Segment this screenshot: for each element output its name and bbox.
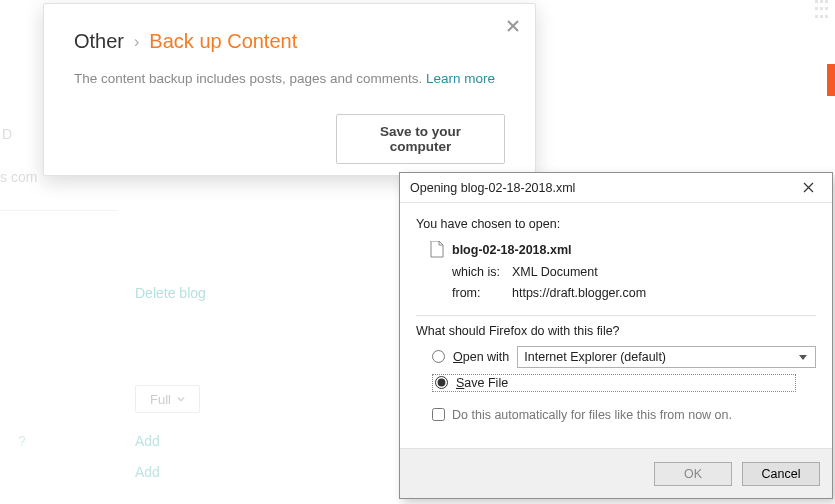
full-label: Full xyxy=(150,392,171,407)
file-meta: which is:XML Document from:https://draft… xyxy=(452,262,816,305)
faded-text: D xyxy=(2,126,12,142)
file-row: blog-02-18-2018.xml xyxy=(430,241,816,258)
open-with-label[interactable]: Open with xyxy=(453,350,509,364)
dialog-close-button[interactable] xyxy=(794,177,822,199)
auto-row: Do this automatically for files like thi… xyxy=(432,408,816,422)
open-with-row: Open with Internet Explorer (default) xyxy=(432,346,816,368)
which-is-label: which is: xyxy=(452,262,512,283)
ok-button[interactable]: OK xyxy=(654,462,732,486)
faded-text: s com xyxy=(0,169,37,185)
action-options: Open with Internet Explorer (default) Sa… xyxy=(432,346,816,392)
filename: blog-02-18-2018.xml xyxy=(452,243,572,257)
open-with-app: Internet Explorer (default) xyxy=(524,350,666,364)
dialog-titlebar[interactable]: Opening blog-02-18-2018.xml xyxy=(400,173,832,203)
divider xyxy=(416,315,816,316)
open-with-select[interactable]: Internet Explorer (default) xyxy=(517,346,816,368)
add-link[interactable]: Add xyxy=(135,464,160,480)
save-file-radio[interactable] xyxy=(435,376,448,389)
breadcrumb-root: Other xyxy=(74,30,124,53)
file-icon xyxy=(430,241,444,258)
mnemonic: O xyxy=(453,350,463,364)
close-button[interactable] xyxy=(501,14,525,38)
chevron-right-icon: › xyxy=(134,33,139,51)
dialog-body: You have chosen to open: blog-02-18-2018… xyxy=(400,203,832,422)
dialog-footer: OK Cancel xyxy=(400,448,832,498)
auto-checkbox[interactable] xyxy=(432,408,445,421)
save-to-computer-button[interactable]: Save to your computer xyxy=(336,114,505,164)
close-icon xyxy=(506,19,520,33)
auto-label[interactable]: Do this automatically for files like thi… xyxy=(452,408,732,422)
modal-description: The content backup includes posts, pages… xyxy=(74,71,505,86)
orange-accent xyxy=(827,64,835,96)
chevron-down-icon xyxy=(177,395,185,403)
action-question: What should Firefox do with this file? xyxy=(416,324,816,338)
divider xyxy=(0,210,118,211)
chosen-text: You have chosen to open: xyxy=(416,217,816,231)
label-rest: pen with xyxy=(463,350,510,364)
cancel-button[interactable]: Cancel xyxy=(742,462,820,486)
from-label: from: xyxy=(452,283,512,304)
add-link[interactable]: Add xyxy=(135,433,160,449)
full-dropdown[interactable]: Full xyxy=(135,385,200,413)
help-icon[interactable]: ? xyxy=(18,433,26,449)
backup-content-modal: Other › Back up Content The content back… xyxy=(43,3,536,176)
label-rest: ave File xyxy=(464,376,508,390)
firefox-download-dialog: Opening blog-02-18-2018.xml You have cho… xyxy=(399,172,833,499)
breadcrumb-leaf: Back up Content xyxy=(149,30,297,53)
which-is-value: XML Document xyxy=(512,265,598,279)
open-with-radio[interactable] xyxy=(432,350,445,363)
save-file-label[interactable]: Save File xyxy=(456,376,508,390)
breadcrumb: Other › Back up Content xyxy=(74,30,505,53)
description-text: The content backup includes posts, pages… xyxy=(74,71,426,86)
save-file-row: Save File xyxy=(432,374,796,392)
learn-more-link[interactable]: Learn more xyxy=(426,71,495,86)
from-value: https://draft.blogger.com xyxy=(512,286,646,300)
dialog-title: Opening blog-02-18-2018.xml xyxy=(410,181,575,195)
apps-grid-icon[interactable] xyxy=(815,0,835,20)
close-icon xyxy=(803,182,814,193)
delete-blog-link[interactable]: Delete blog xyxy=(135,285,206,301)
